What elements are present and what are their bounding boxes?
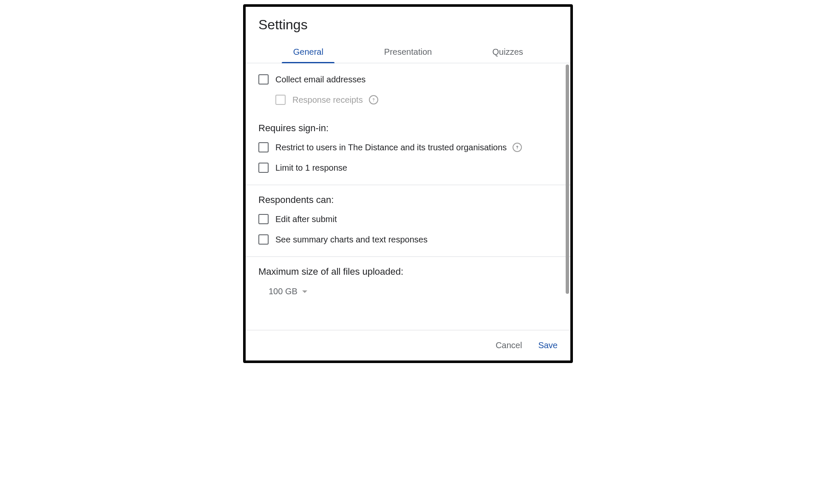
save-button[interactable]: Save <box>536 338 559 353</box>
tabs: General Presentation Quizzes <box>246 41 570 63</box>
row-limit-response: Limit to 1 response <box>258 158 558 178</box>
section-max-size: Maximum size of all files uploaded: <box>258 266 558 281</box>
tab-quizzes[interactable]: Quizzes <box>458 41 558 63</box>
dialog-header: Settings <box>246 7 570 36</box>
max-size-select[interactable]: 100 GB <box>258 281 558 296</box>
checkbox-restrict-users[interactable] <box>258 142 269 152</box>
dialog-footer: Cancel Save <box>246 330 570 360</box>
content: Collect email addresses Response receipt… <box>246 63 570 296</box>
dialog-title: Settings <box>258 17 558 33</box>
row-collect-email: Collect email addresses <box>258 69 558 90</box>
scrollbar[interactable] <box>566 65 569 294</box>
checkbox-edit-after-submit[interactable] <box>258 214 269 224</box>
svg-point-0 <box>373 101 374 102</box>
row-edit-after-submit: Edit after submit <box>258 209 558 229</box>
checkbox-limit-response[interactable] <box>258 163 269 173</box>
max-size-value: 100 GB <box>269 287 298 296</box>
tab-label-quizzes: Quizzes <box>493 47 523 56</box>
checkbox-collect-email[interactable] <box>258 74 269 84</box>
label-see-summary: See summary charts and text responses <box>275 235 428 245</box>
label-restrict-users: Restrict to users in The Distance and it… <box>275 143 507 152</box>
scroll-area: Collect email addresses Response receipt… <box>246 63 570 330</box>
label-limit-response: Limit to 1 response <box>275 163 347 173</box>
label-collect-email: Collect email addresses <box>275 75 366 84</box>
divider <box>246 256 570 257</box>
row-response-receipts: Response receipts <box>258 90 558 110</box>
help-icon[interactable] <box>513 143 522 152</box>
tab-general[interactable]: General <box>258 41 358 63</box>
divider <box>246 185 570 185</box>
checkbox-see-summary[interactable] <box>258 234 269 245</box>
row-see-summary: See summary charts and text responses <box>258 229 558 250</box>
tab-label-general: General <box>293 47 323 56</box>
help-icon[interactable] <box>369 95 378 104</box>
checkbox-response-receipts <box>275 95 286 105</box>
section-requires-signin: Requires sign-in: <box>258 110 558 137</box>
save-label: Save <box>538 341 558 350</box>
tab-label-presentation: Presentation <box>384 47 432 56</box>
cancel-label: Cancel <box>496 341 522 350</box>
row-restrict-users: Restrict to users in The Distance and it… <box>258 137 558 158</box>
settings-dialog: Settings General Presentation Quizzes Co… <box>243 4 573 363</box>
label-edit-after-submit: Edit after submit <box>275 214 337 224</box>
tab-presentation[interactable]: Presentation <box>358 41 458 63</box>
label-response-receipts: Response receipts <box>292 95 363 105</box>
chevron-down-icon <box>302 290 308 293</box>
section-respondents: Respondents can: <box>258 194 558 209</box>
cancel-button[interactable]: Cancel <box>494 338 524 353</box>
svg-point-1 <box>517 149 518 149</box>
